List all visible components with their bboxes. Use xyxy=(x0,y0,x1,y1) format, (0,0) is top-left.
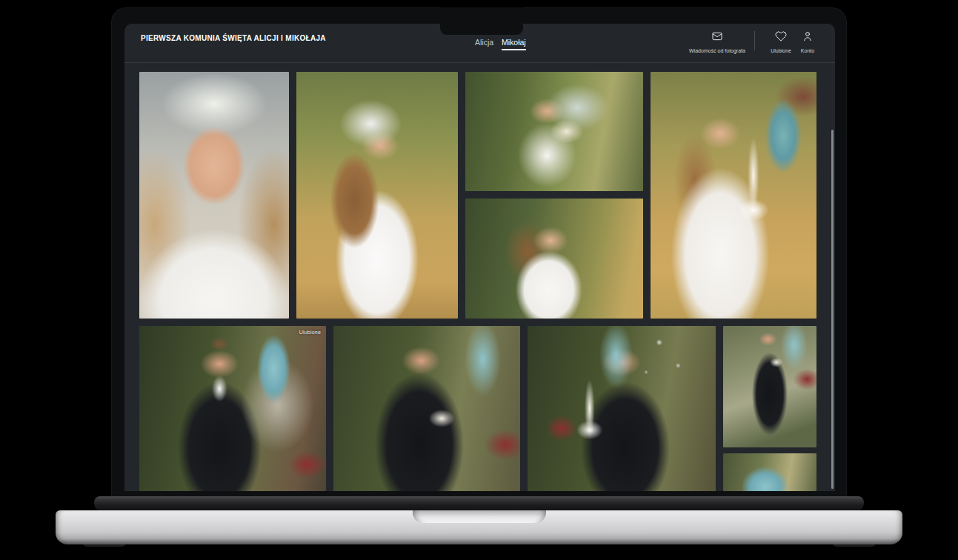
photo-boy-standing-reading[interactable] xyxy=(723,326,816,447)
photo-girl-holding-candle[interactable] xyxy=(651,72,816,319)
account-button[interactable]: Konto xyxy=(796,30,819,53)
laptop-mockup-stage: PIERWSZA KOMUNIA ŚWIĘTA ALICJI I MIKOŁAJ… xyxy=(0,0,958,560)
photo-boy-partial-bottom[interactable] xyxy=(723,453,816,491)
laptop-lid-notch xyxy=(413,510,546,523)
message-from-photographer-button[interactable]: Wiadomość od fotografa xyxy=(682,30,753,53)
tab-mikolaj[interactable]: Mikołaj xyxy=(502,38,526,50)
photo-boy-hand-on-chest-book[interactable]: Ulubione xyxy=(139,326,326,491)
laptop-camera-notch xyxy=(440,7,523,35)
photo-girl-portrait-flower-crown[interactable] xyxy=(139,72,289,319)
favorites-button[interactable]: Ulubione xyxy=(768,30,794,53)
header-divider xyxy=(124,62,835,63)
message-label: Wiadomość od fotografa xyxy=(689,48,745,53)
favorite-badge: Ulubione xyxy=(299,330,321,335)
tab-alicja[interactable]: Alicja xyxy=(475,38,493,50)
envelope-icon xyxy=(711,30,723,45)
header-actions-divider xyxy=(754,31,755,50)
account-label: Konto xyxy=(801,48,814,53)
photo-girl-smiling-rosary[interactable] xyxy=(465,199,643,319)
user-icon xyxy=(802,30,814,45)
photo-boy-holding-candle-bubbles[interactable] xyxy=(528,326,716,491)
laptop-hinge xyxy=(94,496,864,512)
gallery-webpage: PIERWSZA KOMUNIA ŚWIĘTA ALICJI I MIKOŁAJ… xyxy=(124,24,835,491)
favorites-label: Ulubione xyxy=(771,48,791,53)
photo-boy-reading-book[interactable] xyxy=(333,326,520,491)
page-scrollbar[interactable] xyxy=(831,130,834,489)
photo-girl-reading-book[interactable] xyxy=(465,72,643,191)
heart-icon xyxy=(775,30,787,45)
photo-girl-praying-rosary[interactable] xyxy=(296,72,458,319)
page-title: PIERWSZA KOMUNIA ŚWIĘTA ALICJI I MIKOŁAJ… xyxy=(141,34,326,42)
